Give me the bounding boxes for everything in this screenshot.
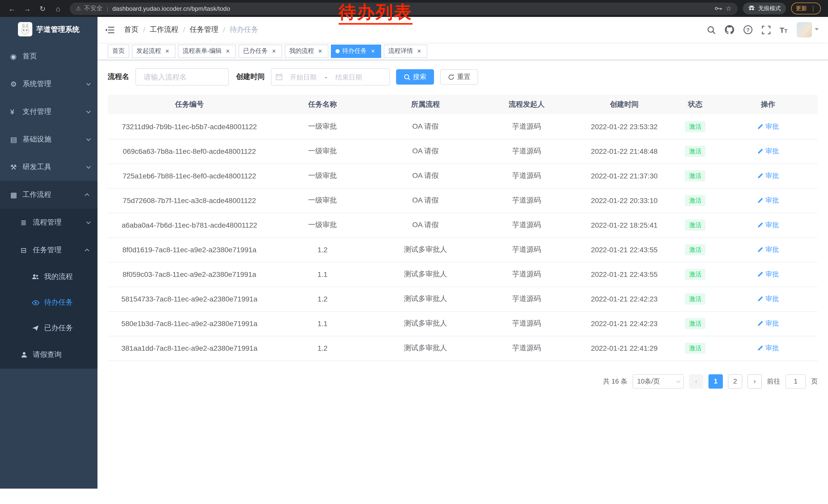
approve-link[interactable]: 审批 — [757, 147, 779, 156]
tab-home[interactable]: 首页 — [108, 44, 129, 58]
approve-link-label: 审批 — [765, 319, 779, 328]
tab-todo-task[interactable]: 待办任务 × — [331, 44, 381, 58]
status-badge: 激活 — [685, 269, 705, 280]
avatar[interactable] — [797, 22, 812, 37]
breadcrumb-workflow[interactable]: 工作流程 — [150, 25, 178, 34]
security-label[interactable]: 不安全 — [84, 4, 102, 13]
status-cell: 激活 — [672, 336, 718, 360]
sidebar-item-devtools[interactable]: ⚒ 研发工具 — [0, 153, 97, 181]
next-page-button[interactable]: › — [747, 374, 762, 388]
github-icon[interactable] — [724, 25, 734, 34]
address-bar[interactable]: ⚠ 不安全 | dashboard.yudao.iocoder.cn/bpm/t… — [70, 2, 738, 15]
end-date-input[interactable] — [329, 73, 368, 81]
sidebar-item-payment[interactable]: ¥ 支付管理 — [0, 98, 97, 126]
approve-link[interactable]: 审批 — [757, 171, 779, 180]
forward-icon[interactable]: → — [20, 2, 34, 15]
search-button[interactable]: 搜索 — [396, 69, 434, 85]
task-name-cell: 1.1 — [271, 262, 374, 287]
breadcrumb-task-management[interactable]: 任务管理 — [190, 25, 218, 34]
sidebar-item-infrastructure[interactable]: ▤ 基础设施 — [0, 126, 97, 153]
url-text[interactable]: dashboard.yudao.iocoder.cn/bpm/task/todo — [112, 5, 230, 12]
key-icon[interactable] — [715, 6, 722, 11]
hamburger-icon[interactable] — [97, 26, 122, 34]
home-icon[interactable]: ⌂ — [51, 2, 65, 15]
devtools-icon: ⚒ — [10, 163, 23, 171]
table-header-row: 任务编号 任务名称 所属流程 流程发起人 创建时间 状态 操作 — [108, 95, 818, 114]
font-size-icon[interactable]: TT — [780, 26, 787, 34]
approve-link[interactable]: 审批 — [757, 245, 779, 254]
bookmark-star-icon[interactable]: ☆ — [726, 5, 732, 12]
close-icon[interactable]: × — [369, 47, 377, 55]
action-cell: 审批 — [718, 237, 818, 262]
back-icon[interactable]: ← — [5, 2, 18, 15]
sidebar-item-system[interactable]: ⚙ 系统管理 — [0, 70, 97, 98]
process-cell: OA 请假 — [374, 164, 477, 188]
sidebar-item-label: 已办任务 — [44, 324, 89, 333]
close-icon[interactable]: × — [416, 47, 423, 55]
approve-link[interactable]: 审批 — [757, 294, 779, 304]
approve-link[interactable]: 审批 — [757, 221, 779, 230]
tab-done-task[interactable]: 已办任务 × — [239, 44, 282, 58]
status-cell: 激活 — [672, 237, 718, 262]
tab-process-detail[interactable]: 流程详情 × — [384, 44, 427, 58]
close-icon[interactable]: × — [271, 47, 278, 55]
reload-icon[interactable]: ↻ — [36, 2, 49, 15]
tab-label: 首页 — [112, 47, 125, 55]
sidebar-item-todo-task[interactable]: 待办任务 — [0, 290, 97, 315]
sidebar-item-done-task[interactable]: 已办任务 — [0, 315, 97, 341]
infrastructure-icon: ▤ — [10, 135, 23, 144]
action-cell: 审批 — [718, 114, 818, 139]
close-icon[interactable]: × — [164, 47, 171, 55]
fullscreen-icon[interactable] — [761, 26, 770, 34]
task-name-cell: 1.1 — [271, 311, 374, 336]
page-2-button[interactable]: 2 — [728, 374, 742, 388]
sidebar-item-my-process[interactable]: 我的流程 — [0, 264, 97, 290]
bottom-strip — [0, 489, 828, 504]
update-button[interactable]: 更新 ⋮ — [791, 3, 821, 14]
approve-link[interactable]: 审批 — [757, 270, 779, 279]
app-logo[interactable]: 芋道管理系统 — [0, 17, 97, 43]
prev-page-button[interactable]: ‹ — [689, 374, 703, 388]
sidebar-item-task-management[interactable]: ⊟ 任务管理 — [0, 236, 97, 264]
process-name-input[interactable] — [135, 68, 229, 86]
search-icon[interactable] — [707, 26, 715, 34]
chrome-toolbar-right: 无痕模式 更新 ⋮ — [743, 3, 823, 14]
tab-form-edit[interactable]: 流程表单-编辑 × — [178, 44, 236, 58]
sidebar-item-label: 待办任务 — [44, 298, 89, 307]
page-1-button[interactable]: 1 — [708, 374, 723, 388]
date-range-picker[interactable]: - — [271, 68, 390, 86]
page-size-select[interactable]: 10条/页 — [632, 374, 684, 388]
approve-link[interactable]: 审批 — [757, 122, 779, 131]
approve-link-label: 审批 — [765, 343, 779, 353]
user-menu[interactable] — [797, 22, 819, 37]
approve-link[interactable]: 审批 — [757, 196, 779, 205]
action-cell: 审批 — [718, 311, 818, 336]
process-management-icon: ≣ — [20, 218, 33, 227]
status-badge: 激活 — [685, 318, 705, 329]
reset-button[interactable]: 重置 — [440, 69, 478, 85]
goto-page-input[interactable] — [785, 374, 806, 388]
approve-link[interactable]: 审批 — [757, 343, 779, 353]
approve-link[interactable]: 审批 — [757, 319, 779, 328]
start-date-input[interactable] — [284, 73, 323, 81]
status-badge: 激活 — [685, 146, 705, 157]
sidebar-item-process-management[interactable]: ≣ 流程管理 — [0, 209, 97, 236]
range-separator: - — [324, 73, 328, 81]
sidebar-item-workflow[interactable]: ▦ 工作流程 — [0, 181, 97, 209]
breadcrumb-home[interactable]: 首页 — [124, 25, 138, 34]
close-icon[interactable]: × — [317, 47, 324, 55]
help-icon[interactable]: ? — [743, 25, 752, 34]
tab-start-process[interactable]: 发起流程 × — [132, 44, 175, 58]
main-area: 首页 / 工作流程 / 任务管理 / 待办任务 ? — [97, 17, 828, 489]
sidebar-item-home[interactable]: ◉ 首页 — [0, 43, 97, 70]
app-window: 芋道管理系统 ◉ 首页 ⚙ 系统管理 ¥ 支付管理 ▤ — [0, 17, 828, 489]
table-row: 58154733-7ac8-11ec-a9e2-a2380e71991a 1.2… — [108, 287, 818, 311]
column-header-create-time: 创建时间 — [576, 95, 672, 114]
menu-dots-icon[interactable]: ⋮ — [810, 5, 816, 12]
pagination: 共 16 条 10条/页 ‹ 1 2 › 前往 页 — [108, 361, 818, 402]
sidebar-item-leave-query[interactable]: 请假查询 — [0, 341, 97, 369]
close-icon[interactable]: × — [224, 47, 232, 55]
action-cell: 审批 — [718, 336, 818, 360]
status-cell: 激活 — [672, 188, 718, 213]
tab-my-process[interactable]: 我的流程 × — [285, 44, 328, 58]
